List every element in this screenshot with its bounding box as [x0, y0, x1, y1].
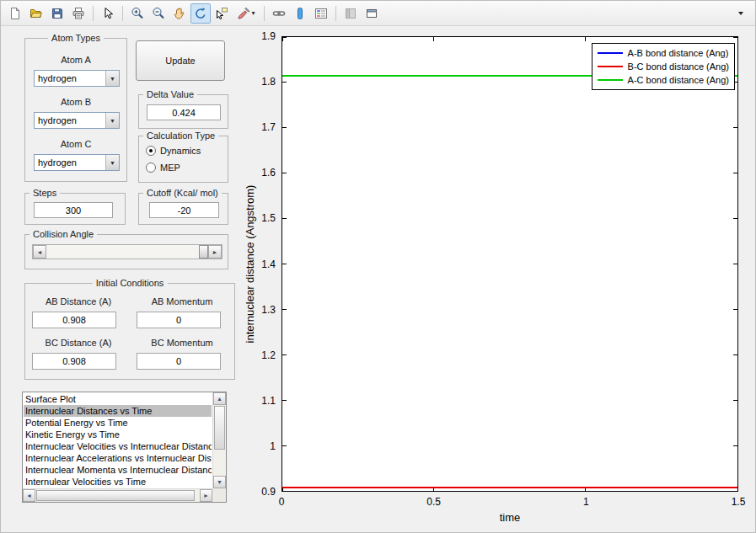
toolbar-overflow-button[interactable]: [731, 3, 751, 24]
data-cursor-button[interactable]: [212, 3, 232, 24]
scroll-down-arrow[interactable]: ▼: [213, 476, 226, 488]
plot-surface[interactable]: A-B bond distance (Ang)B-C bond distance…: [281, 36, 738, 492]
atom-b-label: Atom B: [25, 97, 126, 107]
chevron-down-icon[interactable]: ▼: [105, 71, 119, 86]
radio-dynamics-label: Dynamics: [160, 146, 201, 156]
pan-button[interactable]: [169, 3, 190, 24]
y-axis-tick-labels: 0.911.11.21.31.41.51.61.71.81.9: [251, 36, 277, 492]
scroll-left-arrow[interactable]: ◄: [23, 489, 35, 502]
cutoff-field[interactable]: [149, 202, 219, 218]
bc-distance-field[interactable]: [32, 353, 116, 370]
steps-field[interactable]: [34, 202, 113, 218]
zoom-in-button[interactable]: [127, 3, 147, 24]
bc-momentum-label: BC Momentum: [135, 338, 229, 348]
slider-thumb[interactable]: [199, 245, 208, 259]
ab-momentum-field[interactable]: [137, 312, 221, 328]
rotate-3d-icon: [194, 7, 207, 20]
atom-c-select[interactable]: hydrogen ▼: [34, 154, 120, 171]
atom-a-select[interactable]: hydrogen ▼: [34, 70, 120, 87]
panel-title: Initial Conditions: [93, 278, 168, 288]
legend-icon: [314, 7, 328, 20]
ab-distance-field[interactable]: [32, 312, 116, 328]
update-button[interactable]: Update: [136, 40, 225, 81]
edit-plot-button[interactable]: [98, 3, 118, 24]
x-tick-label: 0.5: [426, 496, 441, 508]
tick-mark: [282, 309, 287, 310]
y-tick-label: 1.2: [261, 349, 276, 361]
y-tick-label: 1.7: [261, 121, 276, 133]
list-item[interactable]: Potential Energy vs Time: [24, 417, 212, 429]
colorbar-icon: [293, 7, 307, 20]
new-file-button[interactable]: [5, 3, 25, 24]
insert-legend-button[interactable]: [311, 3, 331, 24]
legend-entry: B-C bond distance (Ang): [598, 60, 729, 73]
slider-right-arrow[interactable]: ►: [208, 245, 222, 259]
tick-mark: [282, 37, 287, 38]
dock-window-icon: [365, 7, 378, 20]
save-button[interactable]: [47, 3, 67, 24]
figure-toolbar: ▾: [1, 1, 755, 26]
atom-a-label: Atom A: [25, 55, 126, 65]
ab-distance-label: AB Distance (A): [32, 296, 125, 306]
horizontal-scroll-thumb[interactable]: [36, 490, 195, 501]
zoom-in-icon: [131, 7, 144, 20]
open-file-button[interactable]: [26, 3, 46, 24]
legend-entry: A-C bond distance (Ang): [598, 73, 729, 87]
y-tick-label: 1.4: [261, 259, 276, 270]
list-item[interactable]: Internuclear Distances vs Time: [24, 405, 212, 417]
radio-mep[interactable]: MEP: [146, 163, 180, 173]
pan-hand-icon: [173, 7, 186, 20]
list-item[interactable]: Surface Plot: [24, 393, 212, 405]
atom-types-panel: Atom Types Atom A hydrogen ▼ Atom B hydr…: [24, 38, 127, 182]
link-plot-button[interactable]: [269, 3, 289, 24]
tick-mark: [733, 354, 737, 355]
hide-plot-tools-button[interactable]: [340, 3, 361, 24]
chevron-down-icon[interactable]: ▼: [105, 155, 119, 170]
rotate-3d-button[interactable]: [190, 3, 211, 24]
x-tick-label: 0: [279, 496, 285, 508]
scroll-up-arrow[interactable]: ▲: [213, 392, 226, 405]
list-item[interactable]: Internuclear Accelerations vs Internucle…: [24, 452, 212, 464]
list-item[interactable]: Internuclear Velocities vs Internuclear …: [24, 440, 212, 452]
print-button[interactable]: [68, 3, 88, 24]
tick-mark: [282, 264, 287, 264]
link-chain-icon: [272, 7, 286, 20]
insert-colorbar-button[interactable]: [290, 3, 310, 24]
brush-button[interactable]: ▾: [233, 3, 260, 24]
listbox-items: Surface PlotInternuclear Distances vs Ti…: [24, 393, 212, 488]
dock-figure-button[interactable]: [362, 3, 382, 24]
tick-mark: [282, 354, 287, 355]
plot-legend[interactable]: A-B bond distance (Ang)B-C bond distance…: [592, 43, 735, 90]
collision-angle-slider[interactable]: ◄ ►: [32, 244, 223, 259]
tick-mark: [282, 82, 287, 83]
list-item[interactable]: Internuclear Momenta vs Internuclear Dis…: [24, 464, 212, 476]
radio-button-icon: [146, 146, 156, 156]
y-tick-label: 1.8: [261, 76, 276, 88]
slider-left-arrow[interactable]: ◄: [33, 245, 46, 259]
tick-mark: [737, 37, 738, 41]
radio-button-icon: [146, 163, 156, 173]
vertical-scroll-thumb[interactable]: [214, 406, 225, 450]
zoom-out-button[interactable]: [148, 3, 169, 24]
radio-dynamics[interactable]: Dynamics: [146, 146, 201, 156]
plot-type-listbox[interactable]: Surface PlotInternuclear Distances vs Ti…: [22, 392, 227, 503]
printer-icon: [72, 7, 85, 20]
panel-title: Collision Angle: [29, 229, 97, 239]
horizontal-scrollbar[interactable]: ◄ ►: [23, 488, 212, 502]
atom-b-select[interactable]: hydrogen ▼: [34, 112, 120, 129]
list-item[interactable]: Kinetic Energy vs Time: [24, 429, 212, 440]
y-tick-label: 1: [270, 440, 276, 452]
vertical-scrollbar[interactable]: ▲ ▼: [212, 392, 226, 488]
zoom-out-icon: [152, 7, 165, 20]
y-tick-label: 1.6: [261, 167, 276, 179]
chevron-down-icon[interactable]: ▼: [105, 113, 119, 128]
delta-value-field[interactable]: [147, 104, 221, 120]
bc-momentum-field[interactable]: [137, 353, 221, 370]
overflow-arrow-icon: [737, 7, 745, 20]
save-floppy-icon: [51, 7, 64, 20]
delta-value-panel: Delta Value: [138, 94, 228, 129]
scroll-right-arrow[interactable]: ►: [200, 489, 212, 502]
panel-title: Cutoff (Kcal/ mol): [143, 188, 222, 198]
atom-a-value: hydrogen: [35, 73, 105, 83]
list-item[interactable]: Internulear Velocities vs Time: [24, 476, 212, 488]
